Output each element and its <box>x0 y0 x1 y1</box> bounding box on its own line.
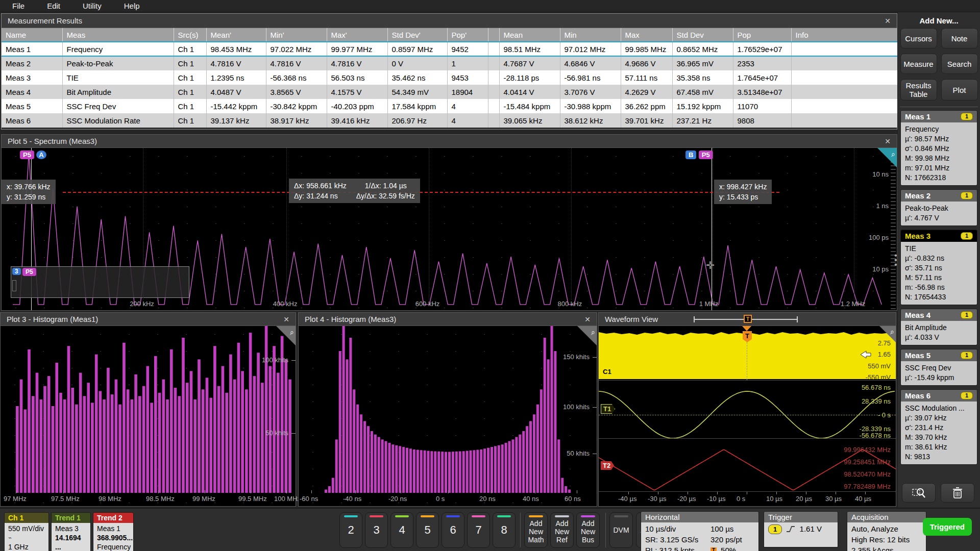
horizontal-position-slider[interactable]: T <box>694 316 798 322</box>
column-header[interactable]: Mean <box>499 28 560 42</box>
right-sidebar: Add New... CursorsNoteMeasureSearchResul… <box>897 12 980 508</box>
column-header[interactable]: Pop' <box>447 28 488 42</box>
trend2-badge[interactable]: Trend 2 Meas 1368.9905...Frequency <box>93 512 134 551</box>
table-row[interactable]: Meas 5SSC Freq DevCh 1-15.442 kppm-30.84… <box>2 99 898 113</box>
add-new-measure-button[interactable]: Measure <box>900 54 937 74</box>
meas-badge-2[interactable]: Meas 21Peak-to-Peakµ': 4.767 V <box>900 189 977 226</box>
magnifier-icon[interactable]: ⌕ <box>577 326 597 345</box>
meas-stat-line: N: 9813 <box>905 452 973 462</box>
plot-thumbnail-box[interactable]: 3 P5 <box>11 266 189 298</box>
add-new-results-table-button[interactable]: Results Table <box>900 79 937 101</box>
spectrum-plot-area[interactable]: P5 A B P5 x: 39.766 kHz y: 31.259 ns Δx:… <box>2 148 897 310</box>
column-header[interactable]: Max <box>621 28 672 42</box>
add-new-bus-button[interactable]: Add New Bus <box>576 512 600 548</box>
table-row[interactable]: Meas 1FrequencyCh 198.453 MHz97.022 MHz9… <box>2 42 898 56</box>
close-icon[interactable]: ✕ <box>885 17 891 25</box>
channel-3-button[interactable]: 3 <box>365 512 388 548</box>
column-header[interactable]: Std Dev' <box>387 28 447 42</box>
cursor-a-badges[interactable]: P5 A <box>20 150 46 159</box>
dvm-button[interactable]: DVM <box>609 512 633 548</box>
x-axis-label: 99.5 MHz <box>238 495 267 503</box>
t1-scale-label: 56.678 ns <box>862 384 891 391</box>
table-row[interactable]: Meas 4Bit AmplitudeCh 14.0487 V3.8565 V4… <box>2 85 898 99</box>
column-header[interactable]: Meas <box>62 28 174 42</box>
column-header[interactable] <box>488 28 499 42</box>
zoom-overview-icon[interactable]: ⌕ <box>877 148 897 167</box>
column-header[interactable]: Name <box>2 28 62 42</box>
t1-waveform-slot[interactable]: T1 56.678 ns28.339 ns- 0 s-28.339 ns-56.… <box>599 381 896 439</box>
column-header[interactable]: Mean' <box>206 28 266 42</box>
thumb-p5-badge[interactable]: P5 <box>22 268 36 276</box>
cursor-y-line[interactable] <box>63 192 779 193</box>
t2-waveform-slot[interactable]: T2 99.996432 MHz99.258451 MHz98.520470 M… <box>599 439 896 492</box>
add-new-note-button[interactable]: Note <box>941 28 978 48</box>
p5-badge[interactable]: P5 <box>699 151 713 159</box>
close-icon[interactable]: ✕ <box>283 315 289 323</box>
meas-badge-6[interactable]: Meas 61SSC Modulation ...µ': 39.07 kHzσ'… <box>900 389 977 465</box>
add-new-plot-button[interactable]: Plot <box>941 79 978 101</box>
acquisition-panel[interactable]: Acquisition Auto, AnalyzeHigh Res: 12 bi… <box>847 511 926 551</box>
cursor-a-badge[interactable]: A <box>36 151 46 159</box>
column-header[interactable]: Pop <box>733 28 791 42</box>
column-header[interactable]: Min' <box>266 28 327 42</box>
meas-badge-3[interactable]: Meas 31TIEµ': -0.832 nsσ': 35.71 nsM: 57… <box>900 230 977 305</box>
table-row[interactable]: Meas 3TIECh 11.2395 ns-56.368 ns56.503 n… <box>2 70 898 85</box>
table-cell: 9452 <box>447 42 488 56</box>
channel-7-button[interactable]: 7 <box>467 512 490 548</box>
channel-4-button[interactable]: 4 <box>390 512 413 548</box>
plot3-plot-area[interactable]: ⌕ 97 MHz97.5 MHz98 MHz98.5 MHz99 MHz99.5… <box>1 326 296 506</box>
horizontal-scale: 10 µs/div <box>645 523 710 534</box>
spectrum-x-label: 1.2 MHz <box>841 300 865 308</box>
waveform-x-label: 40 µs <box>855 495 871 503</box>
meas-badge-5[interactable]: Meas 51SSC Freq Devµ': -15.49 kppm <box>900 349 977 386</box>
table-row[interactable]: Meas 6SSC Modulation RateCh 139.137 kHz3… <box>2 113 898 128</box>
menu-item-edit[interactable]: Edit <box>47 2 60 10</box>
trend1-line: Meas 3 <box>55 524 87 533</box>
table-cell: Meas 5 <box>2 99 62 113</box>
meas-badge-1[interactable]: Meas 11Frequencyµ': 98.57 MHzσ': 0.846 M… <box>900 110 977 186</box>
menu-item-help[interactable]: Help <box>124 2 140 10</box>
x-axis-label: 97 MHz <box>4 495 27 503</box>
add-new-search-button[interactable]: Search <box>941 54 978 74</box>
column-header[interactable]: Min <box>560 28 621 42</box>
add-new-ref-button[interactable]: Add New Ref <box>550 512 574 548</box>
add-new-math-button[interactable]: Add New Math <box>524 512 548 548</box>
trend1-badge[interactable]: Trend 1 Meas 314.1694 ...TIE <box>51 512 91 551</box>
channel-8-button[interactable]: 8 <box>493 512 516 548</box>
add-new-cursors-button[interactable]: Cursors <box>900 28 937 48</box>
table-row[interactable]: Meas 2Peak-to-PeakCh 14.7816 V4.7816 V4.… <box>2 56 898 70</box>
p5-badge[interactable]: P5 <box>20 151 34 159</box>
column-header[interactable]: Src(s) <box>174 28 206 42</box>
spectrum-y-label: 10 ns <box>872 170 889 178</box>
horizontal-panel[interactable]: Horizontal 10 µs/div100 µs SR: 3.125 GS/… <box>641 511 759 551</box>
channel-6-button[interactable]: 6 <box>442 512 464 548</box>
c1-waveform-slot[interactable]: C1 T ⌕ 2.751.65550 mV-550 mV <box>599 326 896 381</box>
column-header[interactable]: Max' <box>327 28 387 42</box>
magnifier-icon[interactable]: ⌕ <box>276 326 296 345</box>
menu-item-file[interactable]: File <box>12 2 24 10</box>
cursor-b-badge[interactable]: B <box>685 151 696 159</box>
close-icon[interactable]: ✕ <box>885 137 891 145</box>
trigger-panel[interactable]: Trigger 1 1.61 V <box>764 511 838 548</box>
table-cell <box>791 42 898 56</box>
delete-button[interactable] <box>941 483 974 503</box>
channel-2-button[interactable]: 2 <box>339 512 362 548</box>
column-header[interactable]: Std Dev <box>672 28 733 42</box>
plot4-plot-area[interactable]: ⌕ -60 ns-40 ns-20 ns0 s20 ns40 ns60 ns15… <box>299 326 597 506</box>
meas-badge-4[interactable]: Meas 41Bit Amplitudeµ': 4.033 V <box>900 309 977 345</box>
meas-stat-line: µ': -15.49 kppm <box>905 373 973 383</box>
thumb-number-badge[interactable]: 3 <box>12 268 21 275</box>
menu-item-utility[interactable]: Utility <box>83 2 102 10</box>
y-axis-label: 50 khits <box>567 449 590 457</box>
table-cell: 39.137 kHz <box>206 113 266 128</box>
column-header[interactable]: Info <box>791 28 898 42</box>
mouse-pointer-icon <box>860 350 871 359</box>
ch1-badge[interactable]: Ch 1 550 mV/div ⌁ 1 GHz <box>4 512 49 551</box>
channel-5-button[interactable]: 5 <box>416 512 439 548</box>
slider-trigger-marker[interactable]: T <box>744 315 752 323</box>
zoom-search-button[interactable] <box>902 483 936 503</box>
table-cell: 3.51348e+07 <box>733 85 791 99</box>
close-icon[interactable]: ✕ <box>584 315 591 323</box>
panel-resize-handle[interactable]: ••• <box>894 253 896 267</box>
cursor-b-badges[interactable]: B P5 <box>685 150 713 159</box>
